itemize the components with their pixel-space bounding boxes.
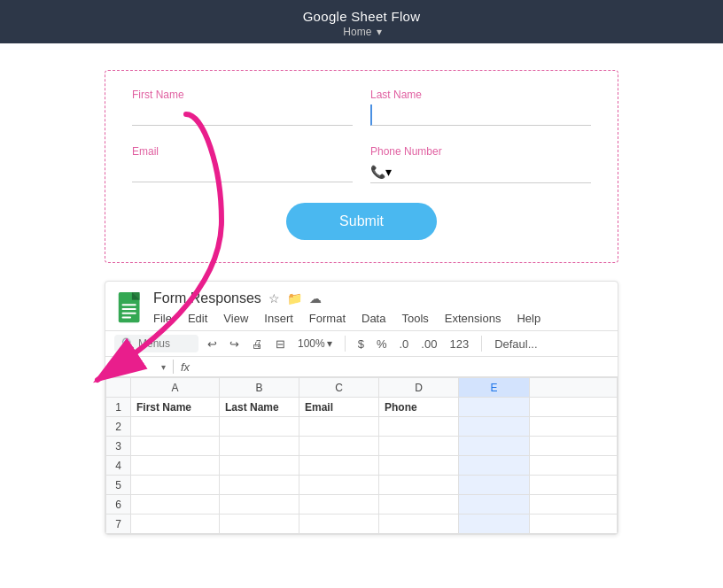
- data-cell[interactable]: [379, 476, 459, 495]
- last-name-label: Last Name: [370, 89, 591, 101]
- data-cell[interactable]: [459, 437, 530, 456]
- menu-extensions[interactable]: Extensions: [445, 310, 501, 327]
- email-field: Email: [132, 145, 353, 183]
- phone-wrapper: 📞▾: [370, 161, 591, 183]
- data-cell[interactable]: Last Name: [220, 398, 299, 417]
- data-cell-extra[interactable]: [530, 495, 618, 514]
- cell-ref-dropdown-icon[interactable]: ▾: [161, 362, 166, 372]
- data-cell[interactable]: [299, 514, 379, 534]
- data-cell[interactable]: [379, 495, 459, 514]
- data-cell[interactable]: [220, 495, 299, 514]
- data-cell[interactable]: [131, 476, 220, 495]
- table-row: 5: [106, 476, 618, 495]
- folder-icon[interactable]: 📁: [287, 291, 302, 306]
- data-cell-extra[interactable]: [530, 417, 618, 437]
- row-header-3: 3: [106, 437, 131, 456]
- data-cell[interactable]: [299, 437, 379, 456]
- table-row: 3: [106, 437, 618, 456]
- menu-tools[interactable]: Tools: [401, 310, 428, 327]
- menu-edit[interactable]: Edit: [188, 310, 207, 327]
- data-cell[interactable]: [459, 476, 530, 495]
- sheets-document-title: Form Responses: [153, 290, 261, 306]
- data-cell[interactable]: [131, 417, 220, 437]
- number-format-button[interactable]: 123: [446, 336, 472, 352]
- nav-subtitle[interactable]: Home ▾: [0, 26, 723, 38]
- data-cell[interactable]: [220, 514, 299, 534]
- data-cell[interactable]: [220, 437, 299, 456]
- cloud-icon[interactable]: ☁: [309, 291, 322, 306]
- font-family-button[interactable]: Defaul...: [491, 336, 540, 352]
- data-cell[interactable]: [459, 514, 530, 534]
- data-cell[interactable]: [299, 456, 379, 476]
- data-cell-extra[interactable]: [530, 476, 618, 495]
- corner-header: [106, 378, 131, 398]
- col-header-b[interactable]: B: [220, 378, 299, 398]
- menu-file[interactable]: File: [153, 310, 172, 327]
- toolbar-search[interactable]: 🔍: [114, 335, 198, 352]
- table-row: 7: [106, 514, 618, 534]
- data-cell[interactable]: [131, 514, 220, 534]
- submit-row: Submit: [132, 203, 591, 240]
- print-button[interactable]: 🖨: [248, 336, 267, 352]
- data-cell-extra[interactable]: [530, 398, 618, 417]
- data-cell[interactable]: [131, 495, 220, 514]
- menu-format[interactable]: Format: [309, 310, 346, 327]
- data-cell[interactable]: First Name: [131, 398, 220, 417]
- data-cell-extra[interactable]: [530, 437, 618, 456]
- menu-help[interactable]: Help: [517, 310, 540, 327]
- data-cell-extra[interactable]: [530, 456, 618, 476]
- menu-view[interactable]: View: [223, 310, 248, 327]
- first-name-input[interactable]: [132, 104, 353, 126]
- col-header-c[interactable]: C: [299, 378, 379, 398]
- last-name-input[interactable]: [370, 104, 591, 126]
- menu-data[interactable]: Data: [362, 310, 385, 327]
- data-cell[interactable]: [220, 456, 299, 476]
- paint-format-button[interactable]: ⊟: [272, 336, 289, 352]
- data-cell[interactable]: [459, 398, 530, 417]
- email-input[interactable]: [132, 161, 353, 182]
- data-cell[interactable]: [220, 476, 299, 495]
- fx-label: fx: [181, 360, 190, 374]
- data-cell[interactable]: [459, 417, 530, 437]
- menu-insert[interactable]: Insert: [264, 310, 293, 327]
- cell-reference: E11: [114, 360, 154, 373]
- phone-input[interactable]: [395, 166, 591, 179]
- phone-flag-icon[interactable]: 📞▾: [370, 165, 392, 179]
- data-cell[interactable]: [220, 417, 299, 437]
- formula-bar-separator: [173, 360, 174, 374]
- submit-button[interactable]: Submit: [286, 203, 437, 240]
- data-cell[interactable]: [299, 495, 379, 514]
- decrease-decimal-button[interactable]: .0: [396, 336, 413, 352]
- percent-button[interactable]: %: [373, 336, 391, 352]
- data-cell[interactable]: [299, 476, 379, 495]
- search-input[interactable]: [138, 337, 191, 350]
- increase-decimal-button[interactable]: .00: [417, 336, 440, 352]
- first-name-label: First Name: [132, 89, 353, 101]
- star-icon[interactable]: ☆: [268, 291, 280, 306]
- data-cell[interactable]: [379, 514, 459, 534]
- data-cell[interactable]: [379, 456, 459, 476]
- undo-button[interactable]: ↩: [204, 336, 221, 352]
- table-row: 1First NameLast NameEmailPhone: [106, 398, 618, 417]
- col-header-a[interactable]: A: [131, 378, 220, 398]
- currency-button[interactable]: $: [354, 336, 368, 352]
- row-header-5: 5: [106, 476, 131, 495]
- data-cell[interactable]: Phone: [379, 398, 459, 417]
- redo-button[interactable]: ↪: [226, 336, 243, 352]
- data-cell[interactable]: [459, 495, 530, 514]
- data-cell[interactable]: [131, 437, 220, 456]
- col-header-d[interactable]: D: [379, 378, 459, 398]
- data-cell[interactable]: [299, 417, 379, 437]
- col-header-e[interactable]: E: [459, 378, 530, 398]
- svg-rect-7: [122, 316, 131, 318]
- toolbar-separator-1: [345, 336, 346, 352]
- data-cell[interactable]: [459, 456, 530, 476]
- data-cell[interactable]: [379, 417, 459, 437]
- table-row: 4: [106, 456, 618, 476]
- data-cell[interactable]: [131, 456, 220, 476]
- col-header-f[interactable]: [530, 378, 618, 398]
- data-cell[interactable]: [379, 437, 459, 456]
- data-cell[interactable]: Email: [299, 398, 379, 417]
- data-cell-extra[interactable]: [530, 514, 618, 534]
- zoom-selector[interactable]: 100% ▾: [294, 336, 336, 352]
